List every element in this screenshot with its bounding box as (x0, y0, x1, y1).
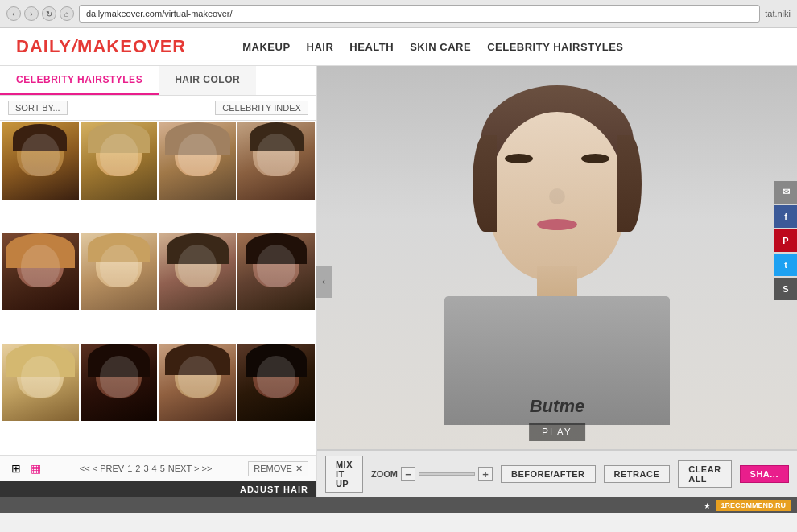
remove-label: REMOVE (254, 464, 292, 473)
tab-celebrity-hairstyles[interactable]: CELEBRITY HAIRSTYLES (0, 66, 159, 95)
logo-makeover: MAKEOVER (77, 36, 186, 56)
page-4[interactable]: 4 (152, 464, 157, 473)
tab-hair-color[interactable]: HAIR COLOR (159, 66, 256, 95)
panel-collapse-arrow[interactable]: ‹ (316, 266, 332, 298)
tabs: CELEBRITY HAIRSTYLES HAIR COLOR (0, 66, 316, 96)
page-2[interactable]: 2 (135, 464, 140, 473)
logo-daily: DAILY (16, 36, 72, 56)
pagination: ⊞ ▦ << < PREV 1 2 3 4 5 NEXT > >> REMOVE… (0, 455, 316, 481)
retrace-button[interactable]: RETRACE (604, 465, 671, 483)
page-3[interactable]: 3 (143, 464, 148, 473)
nav-celebrity[interactable]: CELEBRITY HAIRSTYLES (487, 38, 623, 56)
zoom-minus-button[interactable]: − (401, 467, 415, 481)
back-button[interactable]: ‹ (6, 6, 21, 21)
browser-bar: ‹ › ↻ ⌂ tat.niki (0, 0, 797, 28)
page-1[interactable]: 1 (127, 464, 132, 473)
site-header: DAILY/MAKEOVER MAKEUP HAIR HEALTH SKIN C… (0, 28, 797, 66)
nav-skincare[interactable]: SKIN CARE (410, 38, 471, 56)
before-after-button[interactable]: BEFORE/AFTER (501, 465, 596, 483)
share-button[interactable]: SHA... (740, 465, 789, 483)
celeb-3[interactable] (159, 122, 236, 200)
celeb-5[interactable] (2, 233, 79, 311)
pinterest-share-button[interactable]: P (774, 229, 797, 252)
address-bar[interactable] (79, 5, 760, 23)
page-5[interactable]: 5 (160, 464, 165, 473)
celeb-10[interactable] (81, 344, 158, 421)
celeb-2[interactable] (81, 122, 158, 200)
other-share-button[interactable]: S (774, 278, 797, 300)
site-logo[interactable]: DAILY/MAKEOVER (16, 36, 186, 57)
nav-hair[interactable]: HAIR (307, 38, 334, 56)
person-photo: Βutme (317, 66, 797, 449)
home-button[interactable]: ⌂ (60, 6, 74, 21)
grid-view-icon[interactable]: ⊞ (8, 460, 24, 476)
right-panel: ‹ (317, 66, 797, 497)
celeb-9[interactable] (2, 344, 79, 421)
refresh-button[interactable]: ↻ (42, 6, 56, 21)
photo-area: Βutme PLAY ✉ f P t S (317, 66, 797, 449)
adjust-hair-bar[interactable]: ADJUST HAIR (0, 481, 316, 497)
user-tag: tat.niki (765, 9, 791, 19)
celeb-11[interactable] (159, 344, 236, 421)
remove-button[interactable]: REMOVE ✕ (248, 461, 308, 476)
zoom-plus-button[interactable]: + (478, 467, 493, 481)
list-view-icon[interactable]: ▦ (27, 460, 43, 476)
celeb-4[interactable] (237, 122, 315, 200)
celebrity-index-button[interactable]: CELEBRITY INDEX (215, 101, 308, 115)
celeb-1[interactable] (2, 122, 79, 200)
celebrity-grid (0, 121, 316, 455)
sort-by-button[interactable]: SORT BY... (8, 101, 68, 115)
filter-bar: SORT BY... CELEBRITY INDEX (0, 96, 316, 121)
left-panel: CELEBRITY HAIRSTYLES HAIR COLOR SORT BY.… (0, 66, 317, 497)
recommend-bar: ★ 1RECOMMEND.RU (0, 497, 797, 513)
celeb-12[interactable] (237, 344, 315, 421)
play-button[interactable]: PLAY (529, 423, 585, 441)
mix-it-up-button[interactable]: MiX IT UP (325, 456, 363, 493)
social-sidebar: ✉ f P t S (774, 181, 797, 300)
celeb-7[interactable] (159, 233, 236, 311)
main-layout: CELEBRITY HAIRSTYLES HAIR COLOR SORT BY.… (0, 66, 797, 497)
nav-health[interactable]: HEALTH (349, 38, 394, 56)
main-nav: MAKEUP HAIR HEALTH SKIN CARE CELEBRITY H… (242, 38, 623, 56)
twitter-share-button[interactable]: t (774, 254, 797, 276)
recommend-logo: 1RECOMMEND.RU (716, 500, 791, 511)
remove-x-icon: ✕ (295, 464, 303, 474)
zoom-label: ZOOM (371, 469, 398, 479)
forward-button[interactable]: › (24, 6, 39, 21)
prev-button[interactable]: << < PREV (80, 464, 124, 473)
next-button[interactable]: NEXT > >> (168, 464, 213, 473)
view-icons: ⊞ ▦ (8, 460, 43, 476)
clear-all-button[interactable]: CLEAR ALL (678, 460, 731, 488)
recommend-icon: ★ (704, 501, 711, 510)
page-navigation: << < PREV 1 2 3 4 5 NEXT > >> (80, 464, 213, 473)
zoom-control: ZOOM − + (371, 467, 493, 481)
nav-makeup[interactable]: MAKEUP (242, 38, 290, 56)
browser-controls: ‹ › ↻ ⌂ (6, 6, 74, 21)
celeb-6[interactable] (81, 233, 158, 311)
celeb-8[interactable] (237, 233, 315, 311)
email-share-button[interactable]: ✉ (774, 181, 797, 204)
facebook-share-button[interactable]: f (774, 205, 797, 228)
bottom-toolbar: MiX IT UP ZOOM − + BEFORE/AFTER RETRACE … (317, 449, 797, 497)
zoom-slider[interactable] (419, 472, 475, 476)
